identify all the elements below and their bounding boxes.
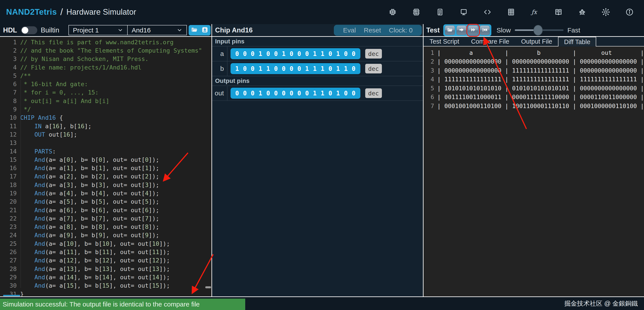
pin-bit[interactable]: 0 xyxy=(352,65,356,72)
pin-bit[interactable]: 0 xyxy=(290,65,293,72)
code-line[interactable]: 15 And(a= a[0], b= b[0], out= out[0]); xyxy=(0,155,212,164)
code-line[interactable]: 5/** xyxy=(0,71,212,80)
code-line[interactable]: 13 xyxy=(0,139,212,147)
pin-bit[interactable]: 0 xyxy=(243,50,247,57)
code-line[interactable]: 18 And(a= a[3], b= b[3], out= out[3]); xyxy=(0,181,212,189)
code-icon[interactable] xyxy=(483,8,492,16)
pin-bit[interactable]: 0 xyxy=(352,50,356,57)
code-line[interactable]: 29 And(a= a[14], b= b[14], out= out[14])… xyxy=(0,273,212,281)
code-line[interactable]: 7 * for i = 0, ..., 15: xyxy=(0,88,212,97)
function-icon[interactable]: ƒx xyxy=(530,8,539,16)
pin-bit[interactable]: 1 xyxy=(235,65,239,72)
code-line[interactable]: 8 * out[i] = a[i] And b[i] xyxy=(0,97,212,105)
pin-bit[interactable]: 1 xyxy=(313,65,317,72)
pin-bit[interactable]: 0 xyxy=(290,50,293,57)
dec-format-button[interactable]: dec xyxy=(365,49,382,58)
dec-format-button[interactable]: dec xyxy=(365,88,382,98)
pin-bit[interactable]: 1 xyxy=(344,65,348,72)
pin-bit[interactable]: 1 xyxy=(305,65,309,72)
code-line[interactable]: 12 OUT out[16]; xyxy=(0,130,212,139)
tab-output-file[interactable]: Output File xyxy=(515,37,558,46)
pin-bit[interactable]: 0 xyxy=(328,65,332,72)
memory-icon[interactable] xyxy=(412,8,421,16)
horizontal-scrollbar[interactable] xyxy=(3,295,20,296)
code-line[interactable]: 3// by Nisan and Schocken, MIT Press. xyxy=(0,55,212,63)
code-line[interactable]: 10CHIP And16 { xyxy=(0,114,212,122)
pin-bit[interactable]: 1 xyxy=(266,65,270,72)
vertical-scrollbar[interactable] xyxy=(205,286,211,288)
speed-slider[interactable] xyxy=(515,29,564,31)
brand-link[interactable]: NAND2Tetris xyxy=(6,7,57,17)
tab-diff-table[interactable]: Diff Table xyxy=(558,37,596,46)
code-line[interactable]: 30 And(a= a[15], b= b[15], out= out[15])… xyxy=(0,282,212,290)
code-line[interactable]: 1// This file is part of www.nand2tetris… xyxy=(0,38,212,46)
code-line[interactable]: 17 And(a= a[2], b= b[2], out= out[2]); xyxy=(0,172,212,181)
code-line[interactable]: 14 PARTS: xyxy=(0,147,212,155)
rewind-button[interactable] xyxy=(480,25,490,35)
pin-bit[interactable]: 0 xyxy=(274,50,278,57)
pin-bit[interactable]: 1 xyxy=(258,50,262,57)
code-line[interactable]: 20 And(a= a[5], b= b[5], out= out[5]); xyxy=(0,198,212,206)
pin-bit[interactable]: 1 xyxy=(258,65,262,72)
download-button[interactable] xyxy=(200,26,209,35)
book-icon[interactable] xyxy=(554,8,563,16)
pin-bit[interactable]: 0 xyxy=(251,65,254,72)
code-line[interactable]: 19 And(a= a[4], b= b[4], out= out[4]); xyxy=(0,189,212,197)
code-editor[interactable]: 1// This file is part of www.nand2tetris… xyxy=(0,37,212,297)
eval-button[interactable]: Eval xyxy=(343,26,356,34)
code-line[interactable]: 24 And(a= a[9], b= b[9], out= out[9]); xyxy=(0,231,212,239)
code-line[interactable]: 26 And(a= a[11], b= b[11], out= out[11])… xyxy=(0,248,212,256)
pin-bit[interactable]: 0 xyxy=(274,65,278,72)
project-select[interactable]: Project 1 xyxy=(68,25,128,35)
pin-bit[interactable]: 1 xyxy=(336,65,340,72)
code-line[interactable]: 16 And(a= a[1], b= b[1], out= out[1]); xyxy=(0,164,212,172)
code-line[interactable]: 27 And(a= a[12], b= b[12], out= out[12])… xyxy=(0,256,212,265)
slider-knob[interactable] xyxy=(534,25,543,35)
info-icon[interactable] xyxy=(625,8,634,16)
bug-icon[interactable] xyxy=(578,8,586,16)
reset-button[interactable]: Reset xyxy=(364,26,381,34)
hdl-builtin-toggle[interactable] xyxy=(21,26,37,34)
pin-bit[interactable]: 1 xyxy=(313,50,317,57)
step-button[interactable] xyxy=(456,25,466,35)
pin-bit[interactable]: 0 xyxy=(298,50,301,57)
code-line[interactable]: 6 * 16-bit And gate: xyxy=(0,80,212,88)
code-line[interactable]: 28 And(a= a[13], b= b[13], out= out[13])… xyxy=(0,265,212,273)
settings-icon[interactable] xyxy=(602,8,610,16)
pin-bit[interactable]: 0 xyxy=(266,50,270,57)
pin-bit[interactable]: 0 xyxy=(282,65,286,72)
pin-bit[interactable]: 1 xyxy=(321,50,324,57)
chip-select[interactable]: And16 xyxy=(128,25,187,35)
pin-bit[interactable]: 1 xyxy=(321,65,324,72)
pin-bit[interactable]: 0 xyxy=(243,65,247,72)
code-line[interactable]: 25 And(a= a[10], b= b[10], out= out[10])… xyxy=(0,239,212,248)
pin-bit[interactable]: 0 xyxy=(298,65,301,72)
registers-icon[interactable] xyxy=(436,8,444,16)
tab-compare-file[interactable]: Compare File xyxy=(465,37,515,46)
tab-test-script[interactable]: Test Script xyxy=(424,37,465,46)
pin-bit[interactable]: 0 xyxy=(328,50,332,57)
code-line[interactable]: 31} xyxy=(0,290,212,297)
code-line[interactable]: 4// File name: projects/1/And16.hdl xyxy=(0,63,212,71)
diff-table[interactable]: 1| a | b | out |2| 0000000000000000 | 00… xyxy=(424,46,644,297)
pin-bit[interactable]: 0 xyxy=(251,50,254,57)
pin-bit[interactable]: 0 xyxy=(344,50,348,57)
pin-bit[interactable]: 1 xyxy=(282,50,286,57)
pin-bits-field[interactable]: 1001100001110110 xyxy=(230,63,360,74)
code-line[interactable]: 21 And(a= a[6], b= b[6], out= out[6]); xyxy=(0,206,212,214)
code-line[interactable]: 11 IN a[16], b[16]; xyxy=(0,122,212,130)
code-line[interactable]: 2// and the book "The Elements of Comput… xyxy=(0,46,212,55)
open-folder-button[interactable] xyxy=(190,26,199,35)
chip-icon[interactable] xyxy=(388,8,397,16)
screen-icon[interactable] xyxy=(459,8,468,16)
clock-button[interactable]: Clock: 0 xyxy=(389,26,412,34)
grid-icon[interactable] xyxy=(507,8,516,16)
pin-bits-field[interactable]: 0001001000110100 xyxy=(230,48,360,59)
open-folder-button[interactable] xyxy=(445,25,455,35)
code-line[interactable]: 22 And(a= a[7], b= b[7], out= out[7]); xyxy=(0,214,212,223)
pin-bit[interactable]: 1 xyxy=(336,50,340,57)
code-line[interactable]: 23 And(a= a[8], b= b[8], out= out[8]); xyxy=(0,223,212,231)
dec-format-button[interactable]: dec xyxy=(365,64,382,73)
pin-bit[interactable]: 0 xyxy=(305,50,309,57)
code-line[interactable]: 9 */ xyxy=(0,105,212,113)
